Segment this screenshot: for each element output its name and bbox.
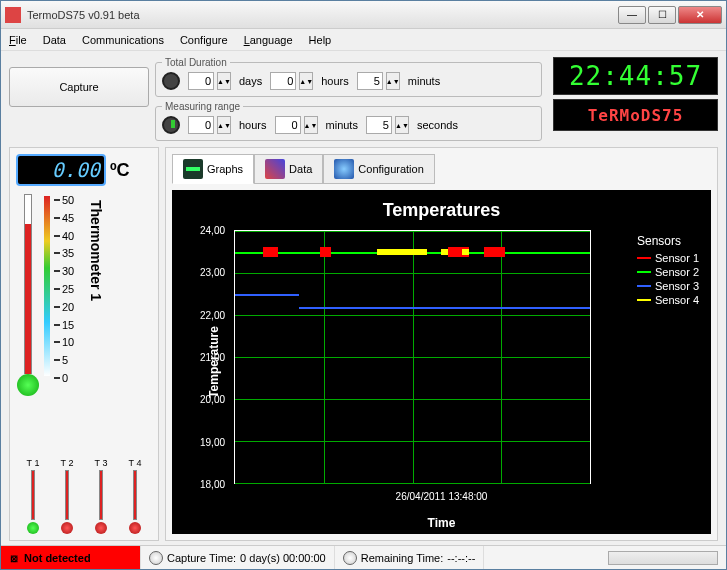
mr-hours-spinner[interactable]: ▲▼ — [217, 116, 231, 134]
chart-xlabel: Time — [428, 516, 456, 530]
legend-item: Sensor 3 — [637, 280, 699, 292]
chart-area[interactable]: Temperatures Temperature 26/04/2011 13:4… — [172, 190, 711, 534]
statusbar: ⦻Not detected Capture Time: 0 day(s) 00:… — [1, 545, 726, 569]
mr-hours-input[interactable] — [188, 116, 214, 134]
warning-icon: ⦻ — [9, 552, 20, 564]
graphs-icon — [183, 159, 203, 179]
td-hours-spinner[interactable]: ▲▼ — [299, 72, 313, 90]
clock-icon — [149, 551, 163, 565]
led-clock: 22:44:57 — [553, 57, 718, 95]
tab-configuration[interactable]: Configuration — [323, 154, 434, 184]
mini-t4: T 4 — [129, 458, 142, 534]
ytick: 21,00 — [200, 352, 225, 363]
scale-tick: 50 — [54, 194, 84, 206]
scale-tick: 40 — [54, 230, 84, 242]
td-days-spinner[interactable]: ▲▼ — [217, 72, 231, 90]
mr-min-label: minuts — [326, 119, 358, 131]
td-min-input[interactable] — [357, 72, 383, 90]
led-logo: TeRMoDS75 — [553, 99, 718, 131]
app-icon — [5, 7, 21, 23]
measuring-range-group: Measuring range ▲▼ hours ▲▼ minuts ▲▼ se… — [155, 101, 542, 141]
top-row: Capture Total Duration ▲▼ days ▲▼ hours … — [1, 51, 726, 147]
td-days-label: days — [239, 75, 262, 87]
right-panel: Graphs Data Configuration Temperatures T… — [165, 147, 718, 541]
mini-thermometers: T 1 T 2 T 3 T 4 — [16, 458, 152, 534]
td-hours-label: hours — [321, 75, 349, 87]
thermometer-label: Thermometer 1 — [88, 194, 104, 452]
main-row: 0.00 ºC 50454035302520151050 Thermometer… — [1, 147, 726, 545]
chart-plot — [234, 230, 591, 484]
chart-title: Temperatures — [182, 200, 701, 221]
mr-sec-spinner[interactable]: ▲▼ — [395, 116, 409, 134]
config-icon — [334, 159, 354, 179]
total-duration-group: Total Duration ▲▼ days ▲▼ hours ▲▼ minut… — [155, 57, 542, 97]
data-icon — [265, 159, 285, 179]
td-min-spinner[interactable]: ▲▼ — [386, 72, 400, 90]
window-title: TermoDS75 v0.91 beta — [27, 9, 618, 21]
maximize-button[interactable]: ☐ — [648, 6, 676, 24]
mr-hours-label: hours — [239, 119, 267, 131]
scale-tick: 25 — [54, 283, 84, 295]
ytick: 22,00 — [200, 309, 225, 320]
total-duration-legend: Total Duration — [162, 57, 230, 68]
menu-language[interactable]: Language — [244, 34, 293, 46]
scale-tick: 45 — [54, 212, 84, 224]
left-panel: 0.00 ºC 50454035302520151050 Thermometer… — [9, 147, 159, 541]
chart-xtick: 26/04/2011 13:48:00 — [396, 491, 488, 502]
clock-icon — [162, 116, 180, 134]
mini-t3: T 3 — [95, 458, 108, 534]
td-days-input[interactable] — [188, 72, 214, 90]
status-progressbar — [608, 551, 718, 565]
mini-t2: T 2 — [61, 458, 74, 534]
capture-button[interactable]: Capture — [9, 67, 149, 107]
tab-data[interactable]: Data — [254, 154, 323, 184]
thermometer-scale: 50454035302520151050 — [54, 194, 84, 384]
close-button[interactable]: ✕ — [678, 6, 722, 24]
scale-tick: 35 — [54, 247, 84, 259]
titlebar[interactable]: TermoDS75 v0.91 beta — ☐ ✕ — [1, 1, 726, 29]
ytick: 18,00 — [200, 479, 225, 490]
color-scale — [44, 196, 50, 376]
mr-sec-label: seconds — [417, 119, 458, 131]
menu-communications[interactable]: Communications — [82, 34, 164, 46]
tabs: Graphs Data Configuration — [172, 154, 711, 184]
minimize-button[interactable]: — — [618, 6, 646, 24]
menu-help[interactable]: Help — [309, 34, 332, 46]
chart-legend: Sensors Sensor 1Sensor 2Sensor 3Sensor 4 — [637, 234, 699, 308]
menu-file[interactable]: File — [9, 34, 27, 46]
menubar: File Data Communications Configure Langu… — [1, 29, 726, 51]
mini-t1: T 1 — [27, 458, 40, 534]
legend-item: Sensor 4 — [637, 294, 699, 306]
scale-tick: 15 — [54, 319, 84, 331]
temperature-lcd: 0.00 — [16, 154, 106, 186]
legend-item: Sensor 1 — [637, 252, 699, 264]
status-capture-time: Capture Time: 0 day(s) 00:00:00 — [141, 546, 335, 569]
mr-min-spinner[interactable]: ▲▼ — [304, 116, 318, 134]
ytick: 23,00 — [200, 267, 225, 278]
td-hours-input[interactable] — [270, 72, 296, 90]
menu-configure[interactable]: Configure — [180, 34, 228, 46]
td-min-label: minuts — [408, 75, 440, 87]
menu-data[interactable]: Data — [43, 34, 66, 46]
tab-graphs[interactable]: Graphs — [172, 154, 254, 184]
mr-min-input[interactable] — [275, 116, 301, 134]
app-window: TermoDS75 v0.91 beta — ☐ ✕ File Data Com… — [0, 0, 727, 570]
ytick: 24,00 — [200, 225, 225, 236]
scale-tick: 0 — [54, 372, 84, 384]
scale-tick: 30 — [54, 265, 84, 277]
ytick: 19,00 — [200, 436, 225, 447]
status-remaining-time: Remaining Time: --:--:-- — [335, 546, 485, 569]
clock-icon — [343, 551, 357, 565]
status-not-detected: ⦻Not detected — [1, 546, 141, 569]
clock-icon — [162, 72, 180, 90]
ytick: 20,00 — [200, 394, 225, 405]
scale-tick: 5 — [54, 354, 84, 366]
measuring-range-legend: Measuring range — [162, 101, 243, 112]
lcd-unit: ºC — [110, 160, 130, 181]
scale-tick: 20 — [54, 301, 84, 313]
mr-sec-input[interactable] — [366, 116, 392, 134]
legend-item: Sensor 2 — [637, 266, 699, 278]
legend-title: Sensors — [637, 234, 699, 248]
thermometer-main — [16, 194, 40, 404]
scale-tick: 10 — [54, 336, 84, 348]
